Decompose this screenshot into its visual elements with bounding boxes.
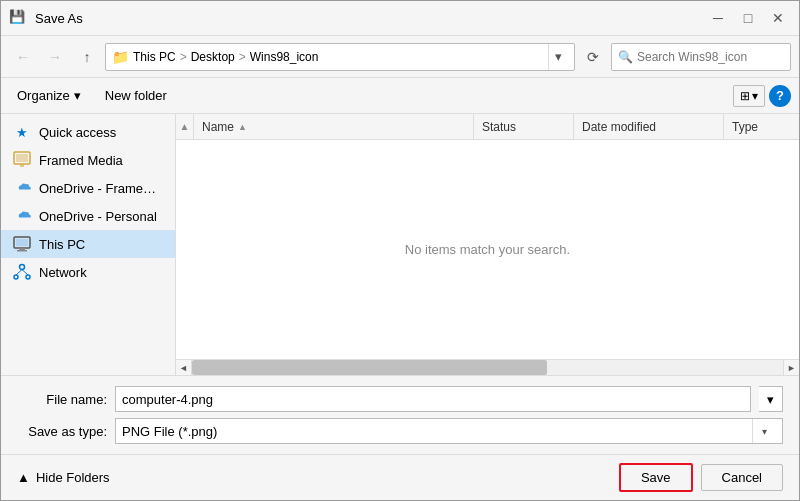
folder-icon: 📁 (112, 49, 129, 65)
empty-message: No items match your search. (405, 242, 570, 257)
search-box[interactable]: 🔍 (611, 43, 791, 71)
network-icon (13, 263, 31, 281)
svg-line-11 (22, 270, 28, 276)
hide-folders-icon: ▲ (17, 470, 30, 485)
new-folder-label: New folder (105, 88, 167, 103)
scroll-left-button[interactable]: ◄ (176, 360, 192, 376)
breadcrumb-thispc[interactable]: This PC (133, 50, 176, 64)
onedrive-personal-icon (13, 207, 31, 225)
organize-dropdown-icon: ▾ (74, 88, 81, 103)
search-icon: 🔍 (618, 50, 633, 64)
scroll-thumb[interactable] (192, 360, 547, 375)
column-name[interactable]: Name ▲ (194, 114, 474, 139)
svg-line-10 (16, 270, 22, 276)
file-list: No items match your search. (176, 140, 799, 359)
scroll-track[interactable] (192, 360, 783, 375)
svg-rect-1 (16, 154, 28, 162)
save-as-dialog: 💾 Save As ─ □ ✕ ← → ↑ 📁 This PC > Deskto… (0, 0, 800, 501)
sidebar: ★ Quick access Framed Media (1, 114, 176, 375)
toolbar: Organize ▾ New folder ⊞ ▾ ? (1, 78, 799, 114)
help-label: ? (776, 88, 784, 103)
view-dropdown-icon: ▾ (752, 89, 758, 103)
hide-folders-button[interactable]: ▲ Hide Folders (17, 470, 110, 485)
sidebar-item-framed-media[interactable]: Framed Media (1, 146, 175, 174)
help-button[interactable]: ? (769, 85, 791, 107)
dialog-icon: 💾 (9, 9, 27, 27)
save-as-type-value: PNG File (*.png) (122, 424, 217, 439)
organize-label: Organize (17, 88, 70, 103)
title-bar: 💾 Save As ─ □ ✕ (1, 1, 799, 36)
column-scroll-up[interactable]: ▲ (176, 114, 194, 140)
sidebar-item-onedrive-personal[interactable]: OneDrive - Personal (1, 202, 175, 230)
column-type[interactable]: Type (724, 114, 799, 139)
refresh-button[interactable]: ⟳ (579, 43, 607, 71)
svg-rect-5 (19, 248, 25, 250)
sidebar-item-network[interactable]: Network (1, 258, 175, 286)
svg-point-9 (26, 275, 30, 279)
framed-media-icon (13, 151, 31, 169)
file-name-input[interactable] (122, 392, 744, 407)
breadcrumb-sep2: > (239, 50, 246, 64)
svg-rect-6 (17, 250, 27, 252)
address-bar[interactable]: 📁 This PC > Desktop > Wins98_icon ▾ (105, 43, 575, 71)
save-button[interactable]: Save (619, 463, 693, 492)
sidebar-item-quick-access[interactable]: ★ Quick access (1, 118, 175, 146)
cancel-button[interactable]: Cancel (701, 464, 783, 491)
view-icon: ⊞ (740, 89, 750, 103)
horizontal-scrollbar[interactable]: ◄ ► (176, 359, 799, 375)
sidebar-item-label: OneDrive - Framed M (39, 181, 163, 196)
save-as-type-label: Save as type: (17, 424, 107, 439)
nav-bar: ← → ↑ 📁 This PC > Desktop > Wins98_icon … (1, 36, 799, 78)
file-name-dropdown[interactable]: ▾ (759, 386, 783, 412)
sidebar-item-label: Framed Media (39, 153, 123, 168)
svg-point-7 (20, 265, 25, 270)
footer-buttons: Save Cancel (619, 463, 783, 492)
forward-button[interactable]: → (41, 43, 69, 71)
sidebar-item-label: Network (39, 265, 87, 280)
sidebar-item-label: OneDrive - Personal (39, 209, 157, 224)
file-name-row: File name: ▾ (17, 386, 783, 412)
file-name-label: File name: (17, 392, 107, 407)
close-button[interactable]: ✕ (765, 5, 791, 31)
search-input[interactable] (637, 50, 787, 64)
column-date-modified[interactable]: Date modified (574, 114, 724, 139)
back-button[interactable]: ← (9, 43, 37, 71)
svg-rect-2 (20, 164, 24, 167)
title-bar-controls: ─ □ ✕ (705, 5, 791, 31)
file-pane: ▲ Name ▲ Status Date modified Type No it… (176, 114, 799, 375)
onedrive-framed-icon (13, 179, 31, 197)
address-dropdown-arrow[interactable]: ▾ (548, 44, 568, 70)
svg-rect-4 (16, 239, 28, 246)
toolbar-right: ⊞ ▾ ? (733, 85, 791, 107)
breadcrumb: This PC > Desktop > Wins98_icon (133, 50, 544, 64)
maximize-button[interactable]: □ (735, 5, 761, 31)
quick-access-icon: ★ (13, 123, 31, 141)
file-name-input-wrapper[interactable] (115, 386, 751, 412)
up-button[interactable]: ↑ (73, 43, 101, 71)
save-as-type-arrow: ▾ (752, 419, 776, 443)
sidebar-item-label: This PC (39, 237, 85, 252)
scroll-right-button[interactable]: ► (783, 360, 799, 376)
toolbar-left: Organize ▾ New folder (9, 85, 175, 106)
this-pc-icon (13, 235, 31, 253)
save-as-type-dropdown[interactable]: PNG File (*.png) ▾ (115, 418, 783, 444)
column-status[interactable]: Status (474, 114, 574, 139)
sort-icon: ▲ (238, 122, 247, 132)
sidebar-item-onedrive-framed[interactable]: OneDrive - Framed M (1, 174, 175, 202)
bottom-form: File name: ▾ Save as type: PNG File (*.p… (1, 375, 799, 454)
breadcrumb-folder[interactable]: Wins98_icon (250, 50, 319, 64)
minimize-button[interactable]: ─ (705, 5, 731, 31)
main-content: ★ Quick access Framed Media (1, 114, 799, 375)
hide-folders-label: Hide Folders (36, 470, 110, 485)
footer: ▲ Hide Folders Save Cancel (1, 454, 799, 500)
breadcrumb-desktop[interactable]: Desktop (191, 50, 235, 64)
title-bar-left: 💾 Save As (9, 9, 83, 27)
sidebar-item-this-pc[interactable]: This PC (1, 230, 175, 258)
organize-button[interactable]: Organize ▾ (9, 85, 89, 106)
column-header: ▲ Name ▲ Status Date modified Type (176, 114, 799, 140)
svg-point-8 (14, 275, 18, 279)
breadcrumb-sep1: > (180, 50, 187, 64)
new-folder-button[interactable]: New folder (97, 85, 175, 106)
view-button[interactable]: ⊞ ▾ (733, 85, 765, 107)
dialog-title: Save As (35, 11, 83, 26)
